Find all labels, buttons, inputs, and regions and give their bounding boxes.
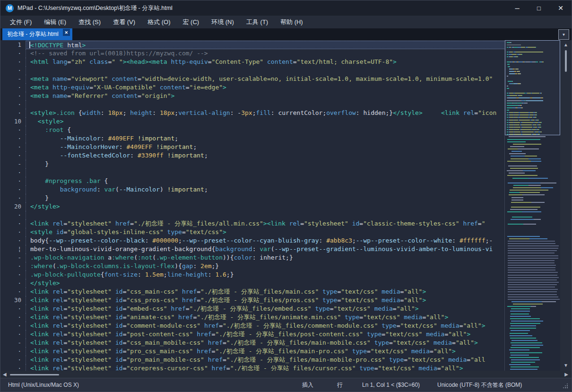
code-line[interactable]: --Maincolor: #409EFF !important; <box>26 134 504 143</box>
code-line[interactable]: </style> <box>26 202 504 211</box>
editor-row[interactable]: ·<style id="global-styles-inline-css" ty… <box>0 228 504 236</box>
editor-row[interactable]: ·<link rel="stylesheet" id="comment-modu… <box>0 322 504 330</box>
code-line[interactable]: } <box>26 194 504 202</box>
editor-row[interactable]: -<meta name="viewport" content="width=de… <box>0 75 504 83</box>
editor-row[interactable]: · <box>0 211 504 219</box>
code-line[interactable]: <link rel="stylesheet" id="corepress-cur… <box>26 364 504 371</box>
code-line[interactable]: <link rel="stylesheet" href="./初念瑾 - 分享站… <box>26 219 504 228</box>
status-line-mode[interactable]: 行 <box>337 378 343 392</box>
code-line[interactable]: <link rel="stylesheet" id="post-content-… <box>26 330 504 339</box>
editor-row[interactable]: · --Maincolor: #409EFF !important; <box>0 134 504 143</box>
code-line[interactable]: <link rel="stylesheet" id="comment-modul… <box>26 322 504 330</box>
scroll-left-button[interactable]: ◀ <box>3 372 7 377</box>
code-line[interactable]: } <box>26 160 504 168</box>
vertical-scroll-thumb[interactable] <box>565 50 567 72</box>
code-line[interactable]: <link rel="stylesheet" id="animate-css" … <box>26 313 504 322</box>
editor-row[interactable]: 30<link rel="stylesheet" id="css_pros-cs… <box>0 296 504 305</box>
code-line[interactable]: .wp-block-pullquote{font-size: 1.5em;lin… <box>26 270 504 279</box>
code-area[interactable]: 1<!DOCTYPE html>·<!-- saved from url=(00… <box>0 40 504 371</box>
code-line[interactable]: <link rel="stylesheet" id="css_main_mobi… <box>26 339 504 347</box>
code-line[interactable]: background: var(--Maincolor) !important; <box>26 185 504 194</box>
code-line[interactable]: .wp-block-navigation a:where(:not(.wp-el… <box>26 253 504 262</box>
editor-row[interactable]: -.wp-block-navigation a:where(:not(.wp-e… <box>0 253 504 262</box>
menu-item-2[interactable]: 编辑 (E) <box>38 17 72 28</box>
code-line[interactable]: <!DOCTYPE html> <box>26 41 504 49</box>
scroll-right-button[interactable]: ▶ <box>564 372 568 377</box>
code-line[interactable]: <link rel="stylesheet" id="css_pros-css"… <box>26 296 504 305</box>
editor-row[interactable]: ·.wp-block-pullquote{font-size: 1.5em;li… <box>0 270 504 279</box>
editor-row[interactable]: ·<link rel="stylesheet" id="corepress-cu… <box>0 364 504 371</box>
code-line[interactable]: </style> <box>26 279 504 287</box>
editor-row[interactable]: ·<meta http-equiv="X-UA-Compatible" cont… <box>0 83 504 92</box>
status-doc-type[interactable]: Html (Unix/Linux/Mac OS X) <box>8 378 79 392</box>
resize-grip[interactable] <box>563 383 568 388</box>
editor-row[interactable]: · :root { <box>0 126 504 134</box>
menu-item-3[interactable]: 查找 (S) <box>72 17 107 28</box>
code-line[interactable]: mber-to-luminous-vivid-orange-gradient-b… <box>26 245 504 253</box>
editor-row[interactable]: ·body{--wp--preset--color--black: #00000… <box>0 236 504 245</box>
editor-row[interactable]: · background: var(--Maincolor) !importan… <box>0 185 504 194</box>
editor-row[interactable]: ·</style> <box>0 279 504 287</box>
editor-row[interactable]: · <box>0 100 504 109</box>
code-line[interactable]: <html lang="zh" class=" "><head><meta ht… <box>26 58 504 66</box>
editor-row[interactable]: ·<link rel="stylesheet" id="pro_main_mob… <box>0 356 504 364</box>
code-line[interactable]: <!-- saved from url=(0018)https://myzwq.… <box>26 49 504 58</box>
menu-item-9[interactable]: 帮助 (H) <box>274 17 309 28</box>
tab-list-dropdown-button[interactable]: ▼ <box>558 29 569 40</box>
menu-item-1[interactable]: 文件 (F) <box>4 17 38 28</box>
editor-row[interactable]: · #nprogress .bar { <box>0 177 504 185</box>
editor-row[interactable]: ·<link rel="stylesheet" id="pro_css_main… <box>0 347 504 356</box>
code-line[interactable]: :where(.wp-block-columns.is-layout-flex)… <box>26 262 504 270</box>
status-insert-mode[interactable]: 插入 <box>302 378 313 392</box>
menu-item-6[interactable]: 宏 (C) <box>176 17 205 28</box>
code-line[interactable]: #nprogress .bar { <box>26 177 504 185</box>
code-line[interactable] <box>26 66 504 75</box>
editor-row[interactable]: ·:where(.wp-block-columns.is-layout-flex… <box>0 262 504 270</box>
code-line[interactable]: <meta name="Referrer" content="origin"> <box>26 92 504 100</box>
editor-row[interactable]: · --MaincolorHover: #409EFF !important; <box>0 143 504 151</box>
editor-row[interactable]: · --fontSelectedColor: #3390ff !importan… <box>0 151 504 160</box>
editor-row[interactable]: ·<html lang="zh" class=" "><head><meta h… <box>0 58 504 66</box>
menu-item-5[interactable]: 格式 (O) <box>141 17 176 28</box>
code-line[interactable] <box>26 168 504 177</box>
horizontal-scrollbar[interactable]: ◀ ▶ <box>0 371 572 378</box>
editor-row[interactable]: ¦mber-to-luminous-vivid-orange-gradient-… <box>0 245 504 253</box>
tab-close-button[interactable]: ✕ <box>63 29 70 36</box>
editor-row[interactable]: ·<meta name="Referrer" content="origin"> <box>0 92 504 100</box>
editor-row[interactable]: · <box>0 66 504 75</box>
editor-row[interactable]: ·<!-- saved from url=(0018)https://myzwq… <box>0 49 504 58</box>
scroll-up-button[interactable]: ▲ <box>560 42 572 48</box>
menu-item-7[interactable]: 环境 (N) <box>205 17 240 28</box>
code-line[interactable]: :root { <box>26 126 504 134</box>
code-line[interactable]: <link rel="stylesheet" id="css_main-css"… <box>26 287 504 296</box>
code-line[interactable]: <link rel="stylesheet" id="pro_main_mobi… <box>26 356 504 364</box>
status-encoding[interactable]: Unicode (UTF-8) 不含签名 (BOM) <box>437 378 522 392</box>
code-line[interactable] <box>26 211 504 219</box>
maximize-button[interactable]: □ <box>528 0 550 16</box>
status-cursor-position[interactable]: Ln 1, Col 1 < ($3C=60) <box>362 378 420 392</box>
editor-row[interactable]: ·<style>.icon {width: 18px; height: 18px… <box>0 109 504 117</box>
editor-row[interactable]: · } <box>0 194 504 202</box>
editor-row[interactable]: 1<!DOCTYPE html> <box>0 41 504 49</box>
code-line[interactable]: body{--wp--preset--color--black: #000000… <box>26 236 504 245</box>
vertical-scrollbar[interactable]: ▲ ▼ <box>560 40 572 371</box>
code-line[interactable] <box>26 100 504 109</box>
horizontal-scroll-thumb[interactable] <box>10 374 59 375</box>
minimize-button[interactable]: ─ <box>506 0 528 16</box>
code-line[interactable]: <link rel="stylesheet" id="pro_css_main-… <box>26 347 504 356</box>
code-line[interactable]: <style>.icon {width: 18px; height: 18px;… <box>26 109 504 117</box>
editor-row[interactable]: ·<link rel="stylesheet" href="./初念瑾 - 分享… <box>0 219 504 228</box>
code-line[interactable]: <meta http-equiv="X-UA-Compatible" conte… <box>26 83 504 92</box>
code-line[interactable]: <style id="global-styles-inline-css" typ… <box>26 228 504 236</box>
editor-row[interactable]: ·<link rel="stylesheet" id="embed-css" h… <box>0 305 504 313</box>
editor-row[interactable]: · <box>0 168 504 177</box>
code-line[interactable]: <link rel="stylesheet" id="embed-css" hr… <box>26 305 504 313</box>
editor-row[interactable]: - } <box>0 160 504 168</box>
editor-row[interactable]: 10 <style> <box>0 117 504 126</box>
editor-row[interactable]: 20</style> <box>0 202 504 211</box>
code-line[interactable]: --fontSelectedColor: #3390ff !important; <box>26 151 504 160</box>
scroll-down-button[interactable]: ▼ <box>560 362 572 369</box>
editor-row[interactable]: ·<link rel="stylesheet" id="css_main-css… <box>0 287 504 296</box>
editor-row[interactable]: ·<link rel="stylesheet" id="animate-css"… <box>0 313 504 322</box>
tab-active[interactable]: 初念瑾 - 分享站.html ✕ <box>2 28 72 40</box>
